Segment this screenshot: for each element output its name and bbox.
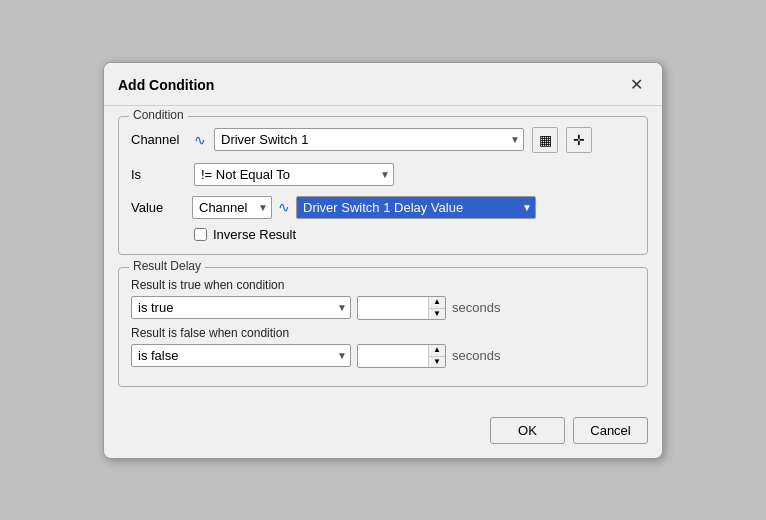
channel-select-wrapper: Driver Switch 1 ▼	[214, 128, 524, 151]
inverse-label: Inverse Result	[213, 227, 296, 242]
is-label: Is	[131, 167, 186, 182]
false-condition-label: Result is false when condition	[131, 326, 635, 340]
crosshair-icon-button[interactable]: ✛	[566, 127, 592, 153]
condition-group-label: Condition	[129, 108, 188, 122]
false-seconds-spinner: 0.00 ▲ ▼	[357, 344, 446, 368]
channel-row: Channel ∿ Driver Switch 1 ▼ ▦ ✛	[131, 127, 635, 153]
result-delay-group: Result Delay Result is true when conditi…	[118, 267, 648, 387]
dialog-body: Condition Channel ∿ Driver Switch 1 ▼ ▦ …	[104, 106, 662, 413]
channel-wave-icon: ∿	[194, 132, 206, 148]
channel-label: Channel	[131, 132, 186, 147]
value-wave-icon: ∿	[278, 199, 290, 215]
crosshair-icon: ✛	[573, 132, 585, 148]
true-seconds-spinner: 0.00 ▲ ▼	[357, 296, 446, 320]
table-icon-button[interactable]: ▦	[532, 127, 558, 153]
dialog-footer: OK Cancel	[104, 413, 662, 458]
ok-button[interactable]: OK	[490, 417, 565, 444]
dialog-title: Add Condition	[118, 77, 214, 93]
false-condition-inputs: is false is true changes ▼ 0.00 ▲ ▼ se	[131, 344, 635, 368]
table-icon: ▦	[539, 132, 552, 148]
value-label: Value	[131, 200, 186, 215]
true-condition-label: Result is true when condition	[131, 278, 635, 292]
false-select[interactable]: is false is true changes	[131, 344, 351, 367]
inverse-row: Inverse Result	[194, 227, 635, 242]
true-spinner-buttons: ▲ ▼	[428, 297, 445, 319]
true-select[interactable]: is true is false changes	[131, 296, 351, 319]
false-condition-row: Result is false when condition is false …	[131, 326, 635, 368]
value-channel-select[interactable]: Driver Switch 1 Delay Value Driver Switc…	[296, 196, 536, 219]
is-row: Is != Not Equal To = Equal To > Greater …	[131, 163, 635, 186]
value-type-select[interactable]: Channel Constant	[192, 196, 272, 219]
title-bar: Add Condition ✕	[104, 63, 662, 106]
close-button[interactable]: ✕	[624, 73, 648, 97]
false-spinner-up[interactable]: ▲	[429, 345, 445, 356]
false-select-wrapper: is false is true changes ▼	[131, 344, 351, 367]
add-condition-dialog: Add Condition ✕ Condition Channel ∿ Driv…	[103, 62, 663, 459]
true-spinner-down[interactable]: ▼	[429, 308, 445, 319]
value-row: Value Channel Constant ▼ ∿ Driver Switch…	[131, 196, 635, 219]
true-condition-inputs: is true is false changes ▼ 0.00 ▲ ▼ se	[131, 296, 635, 320]
false-seconds-input[interactable]: 0.00	[358, 345, 428, 366]
condition-group: Condition Channel ∿ Driver Switch 1 ▼ ▦ …	[118, 116, 648, 255]
inverse-checkbox[interactable]	[194, 228, 207, 241]
true-seconds-label: seconds	[452, 300, 500, 315]
channel-select[interactable]: Driver Switch 1	[214, 128, 524, 151]
false-spinner-buttons: ▲ ▼	[428, 345, 445, 367]
result-delay-label: Result Delay	[129, 259, 205, 273]
is-select[interactable]: != Not Equal To = Equal To > Greater Tha…	[194, 163, 394, 186]
false-spinner-down[interactable]: ▼	[429, 356, 445, 367]
true-select-wrapper: is true is false changes ▼	[131, 296, 351, 319]
true-seconds-input[interactable]: 0.00	[358, 297, 428, 318]
value-type-select-wrapper: Channel Constant ▼	[192, 196, 272, 219]
value-channel-select-wrapper: Driver Switch 1 Delay Value Driver Switc…	[296, 196, 536, 219]
false-seconds-label: seconds	[452, 348, 500, 363]
cancel-button[interactable]: Cancel	[573, 417, 648, 444]
true-condition-row: Result is true when condition is true is…	[131, 278, 635, 320]
is-select-wrapper: != Not Equal To = Equal To > Greater Tha…	[194, 163, 394, 186]
true-spinner-up[interactable]: ▲	[429, 297, 445, 308]
